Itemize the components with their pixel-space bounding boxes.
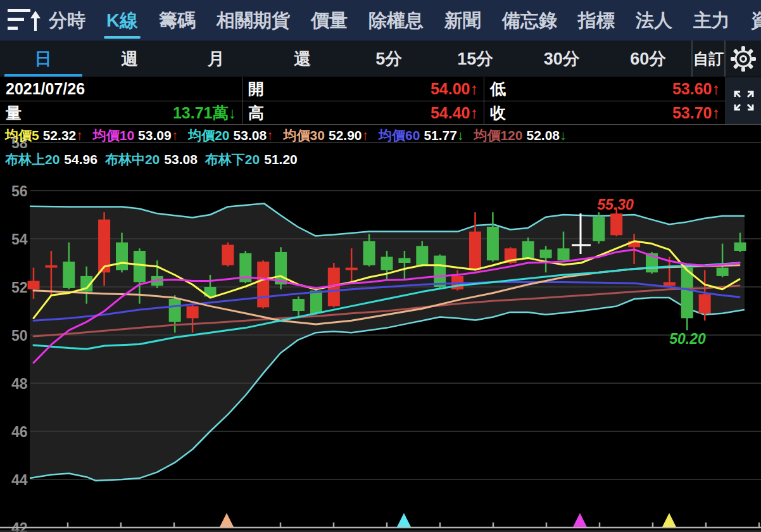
y-axis-label: 56: [11, 183, 28, 200]
candle-body[interactable]: [116, 243, 128, 270]
ma-value: 52.08↓: [526, 128, 566, 143]
high-cell: 高 54.40↑: [242, 101, 484, 125]
boll-label: 布林下20: [205, 151, 260, 168]
candle-body[interactable]: [257, 262, 269, 307]
open-value: 54.00↑: [431, 80, 478, 98]
event-marker-triangle[interactable]: [397, 513, 411, 527]
ma-legend-item[interactable]: 均價1053.09↑: [93, 127, 178, 144]
candle-body[interactable]: [310, 291, 322, 314]
nav-tab-memo[interactable]: 備忘錄: [502, 0, 557, 41]
low-label: 低: [490, 79, 506, 99]
nav-tab-minute[interactable]: 分時: [49, 0, 85, 41]
ma-value: 53.08↑: [234, 128, 274, 143]
candle-body[interactable]: [363, 241, 375, 265]
low-value: 53.60↑: [672, 80, 720, 98]
ma-legend-item[interactable]: 均價552.32↑: [5, 127, 83, 144]
nav-tab-kline[interactable]: K線: [106, 0, 138, 41]
bollinger-legend-item[interactable]: 布林上2054.96: [5, 151, 97, 168]
candle-body[interactable]: [169, 299, 181, 322]
ma-value: 52.32↑: [43, 128, 83, 143]
ma-label: 均價10: [93, 127, 134, 144]
bollinger-legend-item[interactable]: 布林下2051.20: [205, 151, 298, 168]
ma-value: 51.77↓: [424, 128, 463, 143]
candle-body[interactable]: [98, 220, 110, 273]
ma-value: 53.09↑: [138, 128, 178, 143]
candle-body[interactable]: [381, 257, 393, 270]
quote-info-panel: 2021/07/26 開 54.00↑ 低 53.60↑ 量 13.71萬↓ 高…: [0, 77, 761, 125]
candle-body[interactable]: [187, 306, 199, 318]
candle-body[interactable]: [717, 268, 729, 276]
expand-icon[interactable]: [726, 77, 761, 125]
nav-tab-indicators[interactable]: 指標: [578, 0, 615, 41]
candle-body[interactable]: [610, 213, 622, 235]
candle-body[interactable]: [540, 250, 552, 258]
candle-body[interactable]: [416, 246, 428, 265]
ma-legend-item[interactable]: 均價2053.08↑: [188, 127, 273, 144]
candle-body[interactable]: [734, 243, 746, 251]
nav-tab-major[interactable]: 主力: [693, 0, 730, 41]
tf-tab-5min[interactable]: 5分: [346, 41, 432, 77]
event-marker-triangle[interactable]: [662, 513, 676, 527]
volume-label: 量: [6, 103, 22, 124]
y-axis-label: 46: [11, 424, 28, 440]
candle-body[interactable]: [699, 294, 711, 313]
candle-body[interactable]: [134, 251, 146, 282]
y-axis-label: 44: [11, 472, 28, 488]
ma-legend-item[interactable]: 均價6051.77↓: [379, 127, 463, 144]
bollinger-legend-row: 布林上2054.96布林中2053.08布林下2051.20: [5, 151, 298, 168]
candle-body[interactable]: [45, 265, 57, 268]
nav-items: 分時 K線 籌碼 相關期貨 價量 除權息 新聞 備忘錄 指標 法人 主力 資: [49, 0, 761, 41]
candle-body[interactable]: [593, 217, 605, 241]
nav-tab-info[interactable]: 資: [751, 0, 761, 41]
volume-cell: 量 13.71萬↓: [0, 101, 242, 125]
nav-tab-futures[interactable]: 相關期貨: [217, 0, 290, 41]
ma-legend-item[interactable]: 均價3052.90↑: [284, 127, 368, 144]
nav-tab-dividend[interactable]: 除權息: [368, 0, 424, 41]
event-marker-triangle[interactable]: [220, 513, 234, 527]
timeframe-tabs: 日 週 月 還 5分 15分 30分 60分: [0, 41, 691, 77]
candle-body[interactable]: [522, 241, 534, 258]
candle-body[interactable]: [681, 268, 693, 319]
nav-tab-institutional[interactable]: 法人: [636, 0, 672, 41]
ma-label: 均價20: [188, 127, 229, 144]
gear-icon[interactable]: [726, 41, 761, 77]
candle-body[interactable]: [222, 245, 234, 265]
y-axis-label: 54: [11, 231, 28, 248]
tf-tab-restored[interactable]: 還: [260, 41, 346, 77]
close-label: 收: [490, 103, 506, 124]
open-label: 開: [248, 79, 264, 99]
candle-body[interactable]: [487, 227, 499, 260]
y-axis-label: 50: [11, 327, 28, 344]
event-marker-triangle[interactable]: [573, 513, 587, 527]
close-value: 53.70↑: [672, 104, 720, 122]
boll-label: 布林上20: [5, 151, 60, 168]
bollinger-legend-item[interactable]: 布林中2053.08: [105, 151, 198, 168]
ma-legend-item[interactable]: 均價12052.08↓: [474, 127, 566, 144]
candle-body[interactable]: [346, 268, 358, 270]
candle-body[interactable]: [28, 281, 40, 289]
volume-value: 13.71萬↓: [173, 103, 236, 124]
sort-ascending-icon[interactable]: [0, 0, 49, 41]
nav-tab-price-volume[interactable]: 價量: [311, 0, 348, 41]
tf-tab-month[interactable]: 月: [173, 41, 260, 77]
nav-tab-chips[interactable]: 籌碼: [159, 0, 196, 41]
ma-value: 52.90↑: [329, 128, 368, 143]
candle-body[interactable]: [434, 256, 446, 287]
tf-tab-week[interactable]: 週: [87, 41, 173, 77]
candle-body[interactable]: [664, 282, 676, 286]
nav-tab-news[interactable]: 新聞: [444, 0, 481, 41]
tf-tab-15min[interactable]: 15分: [432, 41, 519, 77]
custom-timeframe-button[interactable]: 自訂: [691, 41, 726, 77]
candle-body[interactable]: [558, 248, 570, 260]
candle-body[interactable]: [292, 299, 305, 311]
tf-tab-day[interactable]: 日: [0, 41, 87, 77]
boll-value: 51.20: [264, 152, 298, 167]
candle-body[interactable]: [63, 262, 75, 288]
tf-tab-30min[interactable]: 30分: [519, 41, 605, 77]
y-axis-label: 48: [11, 376, 28, 392]
candle-body[interactable]: [469, 232, 481, 270]
ma-legend-row: 均價552.32↑均價1053.09↑均價2053.08↑均價3052.90↑均…: [5, 126, 567, 145]
tf-tab-60min[interactable]: 60分: [605, 41, 692, 77]
timeframe-bar: 日 週 月 還 5分 15分 30分 60分 自訂: [0, 41, 761, 77]
candle-body[interactable]: [398, 258, 410, 263]
